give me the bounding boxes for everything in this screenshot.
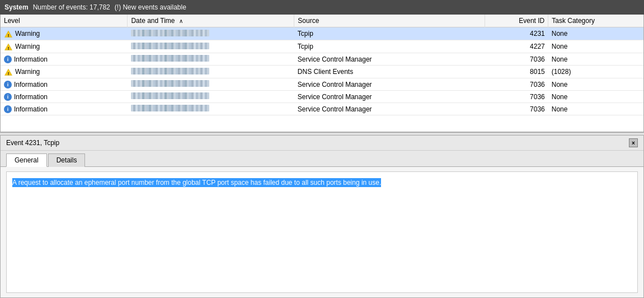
- event-message: A request to allocate an ephemeral port …: [12, 178, 632, 188]
- cell-taskcategory: None: [548, 27, 643, 40]
- table-row[interactable]: ! WarningDNS Client Events8015(1028): [1, 66, 643, 78]
- cell-level: iInformation: [1, 103, 128, 115]
- event-detail-panel: Event 4231, Tcpip × General Details A re…: [0, 136, 644, 298]
- datetime-blurred: [131, 30, 209, 36]
- level-text: Information: [14, 81, 48, 89]
- title-system-label: System: [4, 3, 29, 11]
- tab-details[interactable]: Details: [48, 153, 86, 167]
- level-text: Information: [14, 55, 48, 63]
- cell-datetime: [128, 66, 294, 78]
- table-row[interactable]: iInformationService Control Manager7036N…: [1, 103, 643, 115]
- event-table-header: Level Date and Time ∧ Source Event ID Ta…: [1, 15, 643, 27]
- cell-taskcategory: None: [548, 53, 643, 66]
- cell-taskcategory: None: [548, 40, 643, 53]
- col-header-datetime[interactable]: Date and Time ∧: [128, 15, 294, 27]
- cell-taskcategory: (1028): [548, 66, 643, 78]
- table-scroll-wrapper[interactable]: ! WarningTcpip4231None ! WarningTcpip422…: [1, 27, 643, 132]
- datetime-blurred: [131, 43, 209, 49]
- cell-datetime: [128, 27, 294, 40]
- cell-datetime: [128, 78, 294, 91]
- level-text: Warning: [15, 30, 40, 38]
- main-layout: Level Date and Time ∧ Source Event ID Ta…: [0, 15, 644, 298]
- close-button[interactable]: ×: [629, 138, 638, 147]
- cell-eventid: 8015: [485, 66, 548, 78]
- info-icon: i: [4, 55, 12, 63]
- cell-source: DNS Client Events: [294, 66, 485, 78]
- info-icon: i: [4, 81, 12, 89]
- cell-source: Service Control Manager: [294, 91, 485, 103]
- sort-arrow-datetime: ∧: [179, 18, 183, 24]
- cell-datetime: [128, 40, 294, 53]
- datetime-blurred: [131, 55, 209, 62]
- svg-text:!: !: [8, 45, 10, 50]
- datetime-blurred: [131, 80, 209, 87]
- col-header-eventid[interactable]: Event ID: [485, 15, 548, 27]
- event-message-highlighted: A request to allocate an ephemeral port …: [12, 178, 381, 187]
- cell-source: Service Control Manager: [294, 103, 485, 115]
- level-text: Information: [14, 93, 48, 101]
- tab-general[interactable]: General: [6, 153, 47, 167]
- cell-level: iInformation: [1, 78, 128, 91]
- cell-level: ! Warning: [1, 66, 128, 78]
- event-list-panel: Level Date and Time ∧ Source Event ID Ta…: [0, 15, 644, 132]
- event-detail-title: Event 4231, Tcpip: [6, 139, 59, 147]
- title-event-count: Number of events: 17,782: [33, 3, 110, 11]
- cell-source: Tcpip: [294, 27, 485, 40]
- level-text: Information: [14, 105, 48, 113]
- svg-text:!: !: [8, 32, 10, 38]
- info-icon: i: [4, 93, 12, 101]
- cell-eventid: 7036: [485, 53, 548, 66]
- cell-taskcategory: None: [548, 78, 643, 91]
- cell-eventid: 7036: [485, 103, 548, 115]
- datetime-blurred: [131, 92, 209, 99]
- cell-eventid: 7036: [485, 91, 548, 103]
- cell-source: Service Control Manager: [294, 53, 485, 66]
- warning-icon: !: [4, 67, 13, 76]
- level-text: Warning: [15, 43, 40, 50]
- table-row[interactable]: ! WarningTcpip4227None: [1, 40, 643, 53]
- table-row[interactable]: iInformationService Control Manager7036N…: [1, 53, 643, 66]
- col-header-taskcategory[interactable]: Task Category: [548, 15, 643, 27]
- tabs-bar: General Details: [1, 151, 643, 167]
- cell-taskcategory: None: [548, 103, 643, 115]
- warning-icon: !: [4, 29, 13, 38]
- cell-eventid: 4227: [485, 40, 548, 53]
- title-bar: System Number of events: 17,782 (!) New …: [0, 0, 644, 15]
- cell-datetime: [128, 53, 294, 66]
- svg-text:!: !: [8, 71, 10, 76]
- event-table-body: ! WarningTcpip4231None ! WarningTcpip422…: [1, 27, 643, 115]
- table-row[interactable]: iInformationService Control Manager7036N…: [1, 91, 643, 103]
- cell-source: Tcpip: [294, 40, 485, 53]
- cell-level: ! Warning: [1, 40, 128, 53]
- cell-level: iInformation: [1, 91, 128, 103]
- event-content[interactable]: A request to allocate an ephemeral port …: [6, 171, 638, 293]
- table-header-row: Level Date and Time ∧ Source Event ID Ta…: [1, 15, 643, 27]
- cell-source: Service Control Manager: [294, 78, 485, 91]
- datetime-blurred: [131, 105, 209, 111]
- table-row[interactable]: ! WarningTcpip4231None: [1, 27, 643, 40]
- datetime-blurred: [131, 68, 209, 74]
- cell-taskcategory: None: [548, 91, 643, 103]
- col-header-source[interactable]: Source: [294, 15, 485, 27]
- table-row[interactable]: iInformationService Control Manager7036N…: [1, 78, 643, 91]
- cell-eventid: 7036: [485, 78, 548, 91]
- cell-datetime: [128, 91, 294, 103]
- cell-level: iInformation: [1, 53, 128, 66]
- cell-level: ! Warning: [1, 27, 128, 40]
- cell-eventid: 4231: [485, 27, 548, 40]
- warning-icon: !: [4, 42, 13, 51]
- cell-datetime: [128, 103, 294, 115]
- level-text: Warning: [15, 68, 40, 76]
- info-icon: i: [4, 105, 12, 113]
- title-new-events: (!) New events available: [115, 3, 186, 11]
- col-header-level[interactable]: Level: [1, 15, 128, 27]
- event-detail-header: Event 4231, Tcpip ×: [1, 136, 643, 151]
